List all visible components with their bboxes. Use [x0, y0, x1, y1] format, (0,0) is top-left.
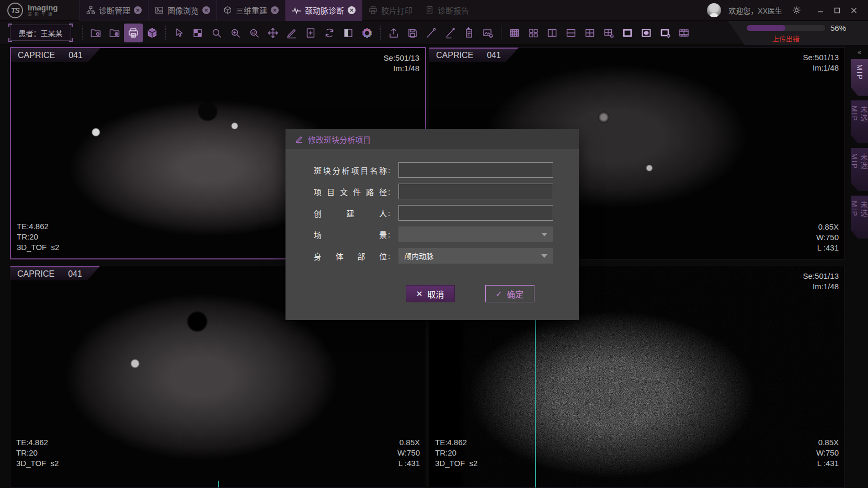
tool-probe-line[interactable] — [441, 24, 460, 42]
collapse-chevron-icon[interactable]: « — [845, 47, 868, 59]
tool-layout-vsplit[interactable] — [543, 24, 562, 42]
upload-error-text[interactable]: 上传出错 — [747, 33, 825, 43]
tool-invert-tiles[interactable] — [188, 24, 207, 42]
tool-save[interactable] — [403, 24, 422, 42]
tool-mask-rect[interactable] — [618, 24, 637, 42]
tool-layout-close[interactable] — [599, 24, 618, 42]
tool-export-upload[interactable] — [384, 24, 403, 42]
tool-grid-4x4[interactable] — [505, 24, 524, 42]
tab-label: 胶片打印 — [381, 5, 413, 16]
cancel-button[interactable]: ✕ 取消 — [406, 285, 455, 302]
series-tab[interactable]: CAPRICE 041 — [11, 48, 100, 62]
zoom-2x-icon: x2 — [248, 27, 260, 39]
logo-ts-icon: TS — [7, 3, 23, 18]
tool-zoom-2x[interactable]: x2 — [245, 24, 264, 42]
tool-cursor[interactable] — [169, 24, 188, 42]
dialog-buttons: ✕ 取消 ✓ 确定 — [314, 285, 579, 302]
tool-rotate[interactable] — [320, 24, 339, 42]
sidebar-tab-unselected-mip-2[interactable]: 未选MIP — [851, 148, 868, 191]
tab-close-icon[interactable] — [271, 6, 279, 14]
settings-gear-icon[interactable] — [790, 4, 803, 17]
layout-hsplit-icon — [565, 27, 577, 39]
rect-close-icon — [659, 27, 671, 39]
maximize-icon[interactable] — [830, 4, 844, 17]
overlay-acquisition-info: TE:4.862 TR:20 3D_TOF s2 — [17, 221, 59, 253]
tool-report-add[interactable] — [460, 24, 478, 42]
tab-label: 颈动脉诊断 — [305, 5, 344, 16]
confirm-button[interactable]: ✓ 确定 — [485, 285, 534, 302]
creator-input[interactable] — [398, 205, 553, 221]
tab-label: 诊断报告 — [438, 5, 469, 16]
toolbar: 患者：王某某 x2 — [0, 21, 868, 45]
close-icon[interactable] — [847, 4, 861, 17]
mip-sidebar: « MIP 未选MIP 未选MIP 未选MIP — [845, 47, 868, 488]
magnify-icon — [211, 27, 222, 39]
tab-close-icon[interactable] — [134, 6, 142, 14]
body-part-select-value: 颅内动脉 — [404, 251, 433, 261]
body-part-select[interactable]: 颅内动脉 — [398, 248, 553, 264]
tool-image-export[interactable] — [478, 24, 497, 42]
sidebar-tab-unselected-mip-1[interactable]: 未选MIP — [851, 100, 868, 143]
overlay-window-info: 0.85X W:750 L :431 — [816, 222, 839, 253]
layout-vsplit-icon — [546, 27, 558, 39]
series-tab[interactable]: CAPRICE 041 — [10, 266, 100, 280]
field-label: 项目文件路径 — [314, 186, 387, 197]
tool-probe[interactable] — [422, 24, 441, 42]
series-tab[interactable]: CAPRICE 041 — [429, 48, 519, 62]
tab-diagnosis-management[interactable]: 诊断管理 — [79, 0, 148, 21]
tool-rect-close[interactable] — [656, 24, 675, 42]
overlay-acquisition-info: TE:4.862 TR:20 3D_TOF s2 — [16, 437, 59, 469]
filmstrip-icon — [678, 27, 690, 39]
folder-add-icon — [109, 27, 120, 39]
overlay-acquisition-info: TE:4.862 TR:20 3D_TOF s2 — [435, 437, 477, 469]
tool-color-wheel[interactable] — [358, 24, 376, 42]
titlebar: TS Imaging 清影华康 诊断管理 图像浏览 三维重建 — [0, 0, 868, 21]
tool-mask-ellipse[interactable] — [637, 24, 656, 42]
user-avatar[interactable] — [707, 3, 721, 17]
minimize-icon[interactable] — [814, 4, 827, 17]
image-browse-icon — [155, 6, 164, 15]
mask-rect-icon — [622, 27, 633, 39]
dialog-title: 修改斑块分析项目 — [308, 134, 371, 145]
sidebar-tab-mip[interactable]: MIP — [851, 59, 868, 96]
x-icon: ✕ — [416, 289, 423, 299]
3d-reconstruction-icon — [223, 6, 232, 15]
patient-label[interactable]: 患者：王某某 — [10, 25, 71, 41]
logo-name: Imaging — [28, 4, 58, 12]
tool-pan[interactable] — [264, 24, 282, 42]
tool-folder-add[interactable] — [105, 24, 124, 42]
tool-window-level[interactable] — [339, 24, 358, 42]
upload-percent: 56% — [830, 24, 846, 32]
tab-close-icon[interactable] — [202, 6, 210, 14]
scene-select[interactable] — [398, 226, 553, 242]
folder-settings-icon — [90, 27, 101, 39]
overlay-window-info: 0.85X W:750 L :431 — [397, 437, 420, 469]
tool-measure[interactable] — [282, 24, 301, 42]
tool-add-frame[interactable] — [301, 24, 320, 42]
tool-magnify[interactable] — [207, 24, 226, 42]
overlay-series-info: Se:501/13 Im:1/48 — [803, 271, 839, 292]
color-wheel-icon — [361, 27, 373, 39]
zoom-in-icon — [230, 27, 241, 39]
project-name-input[interactable] — [398, 162, 553, 178]
sidebar-tab-unselected-mip-3[interactable]: 未选MIP — [851, 196, 868, 239]
tab-image-browse[interactable]: 图像浏览 — [148, 0, 216, 21]
tool-layout-2x2[interactable] — [580, 24, 599, 42]
tool-folder-settings[interactable] — [86, 24, 105, 42]
window-controls — [814, 4, 861, 17]
tab-carotid-diagnosis[interactable]: 颈动脉诊断 — [285, 0, 362, 21]
tool-layout-hsplit[interactable] — [562, 24, 580, 42]
tool-cube-3d[interactable] — [143, 24, 162, 42]
tool-layout-quad[interactable] — [524, 24, 543, 42]
tab-3d-reconstruction[interactable]: 三维重建 — [216, 0, 285, 21]
overlay-window-info: 0.85X W:750 L :431 — [816, 437, 839, 469]
file-path-input[interactable] — [398, 184, 553, 199]
pencil-icon — [295, 135, 303, 143]
tab-label: 三维重建 — [236, 5, 267, 16]
field-creator: 创建人 : — [314, 205, 579, 221]
tab-close-icon[interactable] — [348, 6, 356, 14]
tool-print[interactable] — [124, 24, 143, 42]
tool-filmstrip[interactable] — [675, 24, 693, 42]
cube-3d-icon — [146, 27, 158, 39]
tool-zoom-in[interactable] — [226, 24, 245, 42]
